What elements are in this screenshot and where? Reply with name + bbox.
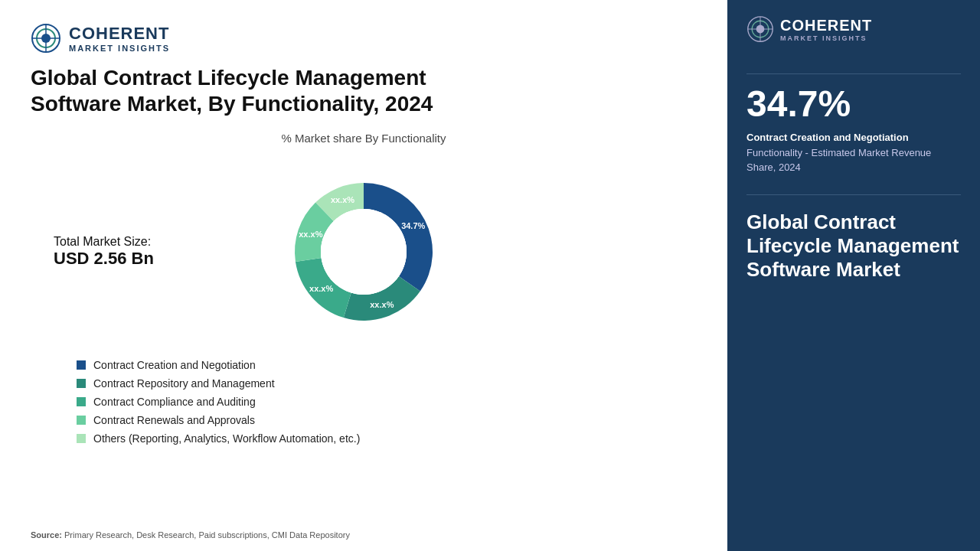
right-divider-1 xyxy=(746,73,961,74)
legend: Contract Creation and Negotiation Contra… xyxy=(31,359,697,445)
donut-center xyxy=(321,209,407,295)
source-text: Primary Research, Desk Research, Paid su… xyxy=(64,530,350,540)
legend-item-2: Contract Repository and Management xyxy=(77,377,697,390)
right-panel: COHERENT MARKET INSIGHTS 34.7% Contract … xyxy=(727,0,980,551)
coherent-logo-icon xyxy=(31,23,61,54)
segment-text-5: xx.x% xyxy=(331,196,354,205)
legend-color-4 xyxy=(77,416,86,425)
total-market-label: Total Market Size: xyxy=(54,235,154,249)
legend-label-1: Contract Creation and Negotiation xyxy=(93,359,256,371)
segment-text-4: xx.x% xyxy=(299,230,322,239)
left-panel: COHERENT MARKET INSIGHTS Global Contract… xyxy=(0,0,727,551)
legend-color-5 xyxy=(77,434,86,443)
legend-item-5: Others (Reporting, Analytics, Workflow A… xyxy=(77,432,697,445)
legend-label-4: Contract Renewals and Approvals xyxy=(93,414,255,426)
right-desc-rest: Functionality - Estimated Market Revenue… xyxy=(746,147,931,174)
right-divider-2 xyxy=(746,194,961,195)
logo-area: COHERENT MARKET INSIGHTS xyxy=(31,23,697,54)
big-percent: 34.7% xyxy=(746,86,961,122)
legend-label-2: Contract Repository and Management xyxy=(93,377,275,390)
right-desc-bold: Contract Creation and Negotiation xyxy=(746,132,909,143)
legend-color-2 xyxy=(77,379,86,388)
segment-text-3: xx.x% xyxy=(309,284,333,293)
legend-item-1: Contract Creation and Negotiation xyxy=(77,359,697,371)
segment-text-1: 34.7% xyxy=(401,221,425,230)
logo-name: COHERENT xyxy=(69,24,170,44)
legend-color-1 xyxy=(77,360,86,370)
legend-label-5: Others (Reporting, Analytics, Workflow A… xyxy=(93,432,360,445)
legend-label-3: Contract Compliance and Auditing xyxy=(93,396,256,408)
source-label: Source: xyxy=(31,530,62,540)
total-market-value: USD 2.56 Bn xyxy=(54,249,154,269)
donut-chart: 34.7%xx.x%xx.x%xx.x%xx.x% xyxy=(264,152,463,351)
global-title: Global Contract Lifecycle Management Sof… xyxy=(746,210,961,282)
right-logo-area: COHERENT MARKET INSIGHTS xyxy=(746,15,961,51)
right-description: Contract Creation and Negotiation Functi… xyxy=(746,130,961,175)
chart-subtitle: % Market share By Functionality xyxy=(31,132,697,145)
total-market-area: Total Market Size: USD 2.56 Bn xyxy=(54,235,154,269)
right-logo-sub: MARKET INSIGHTS xyxy=(780,34,872,42)
legend-item-3: Contract Compliance and Auditing xyxy=(77,396,697,408)
main-title: Global Contract Lifecycle Management Sof… xyxy=(31,65,490,116)
right-logo-name: COHERENT xyxy=(780,17,872,34)
logo-subtitle: MARKET INSIGHTS xyxy=(69,44,170,53)
right-logo-icon xyxy=(746,15,774,43)
donut-svg: 34.7%xx.x%xx.x%xx.x%xx.x% xyxy=(264,152,463,351)
legend-item-4: Contract Renewals and Approvals xyxy=(77,414,697,426)
segment-text-2: xx.x% xyxy=(370,300,394,309)
legend-color-3 xyxy=(77,397,86,406)
source-area: Source: Primary Research, Desk Research,… xyxy=(31,530,350,540)
